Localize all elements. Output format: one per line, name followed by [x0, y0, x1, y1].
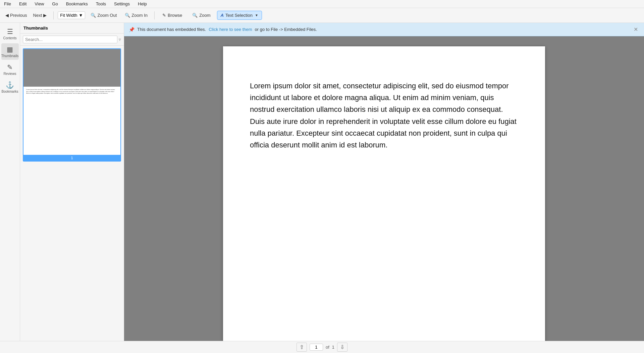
text-selection-label: Text Selection [225, 13, 253, 18]
main-layout: ☰ Contents ▦ Thumbnails ✎ Reviews ⚓ Book… [0, 23, 644, 353]
thumbnails-icon: ▦ [7, 45, 13, 53]
page-down-button[interactable]: ⇩ [337, 343, 347, 352]
page-document: Lorem ipsum dolor sit amet, consectetur … [223, 46, 545, 342]
menu-tools[interactable]: Tools [95, 1, 107, 7]
toolbar: ◀ Previous Next ▶ Fit Width ▼ 🔍 Zoom Out… [0, 8, 644, 23]
next-arrow-icon: ▶ [43, 13, 47, 18]
thumbnail-body-text: Lorem ipsum dolor sit amet, consectetur … [26, 89, 118, 94]
previous-arrow-icon: ◀ [5, 13, 9, 18]
separator-2 [154, 11, 155, 19]
banner-close-button[interactable]: ✕ [632, 26, 639, 33]
banner-text: This document has embedded files. [137, 27, 206, 32]
text-selection-dropdown-icon: ▼ [255, 13, 258, 17]
menu-file[interactable]: File [3, 1, 12, 7]
thumbnail-gray-area: Lorem ipsum dolor sit amet, consectetur … [23, 49, 120, 96]
next-label: Next [33, 13, 42, 18]
previous-button[interactable]: ◀ Previous [3, 11, 30, 19]
current-page-input[interactable] [310, 344, 323, 351]
text-selection-button[interactable]: A Text Selection ▼ [217, 11, 262, 20]
banner-suffix: or go to File -> Embedded Files. [255, 27, 317, 32]
thumbnails-panel: Thumbnails ▿ Lorem ipsum dolor sit amet,… [20, 23, 124, 353]
thumbnail-white-area [23, 96, 120, 155]
zoom-out-button[interactable]: 🔍 Zoom Out [88, 11, 119, 19]
contents-icon: ☰ [7, 28, 13, 36]
thumbnails-scroll[interactable]: Lorem ipsum dolor sit amet, consectetur … [20, 46, 124, 353]
reviews-icon: ✎ [7, 63, 13, 71]
embedded-files-link[interactable]: Click here to see them [209, 27, 252, 32]
bookmarks-label: Bookmarks [2, 90, 18, 93]
zoom-in-label: Zoom In [131, 13, 148, 18]
zoom-tool-button[interactable]: 🔍 Zoom [189, 11, 214, 20]
previous-label: Previous [10, 13, 27, 18]
thumbnail-page-number: 1 [23, 155, 120, 161]
content-area: 📌 This document has embedded files. Clic… [124, 23, 644, 353]
sidebar-icons: ☰ Contents ▦ Thumbnails ✎ Reviews ⚓ Book… [0, 23, 20, 353]
document-body-text: Lorem ipsum dolor sit amet, consectetur … [250, 80, 518, 151]
browse-icon: ✎ [162, 13, 166, 18]
of-label: of [326, 345, 329, 350]
zoom-in-button[interactable]: 🔍 Zoom In [122, 11, 150, 19]
menu-go[interactable]: Go [51, 1, 59, 7]
menu-settings[interactable]: Settings [113, 1, 131, 7]
thumbnail-text-area: Lorem ipsum dolor sit amet, consectetur … [23, 87, 120, 96]
nav-buttons: ◀ Previous Next ▶ [3, 11, 49, 19]
total-pages-label: 1 [332, 345, 334, 350]
reviews-label: Reviews [4, 72, 16, 76]
zoom-select[interactable]: Fit Width ▼ [58, 11, 85, 19]
thumbnails-label: Thumbnails [1, 54, 19, 58]
bottom-toolbar: ⇧ of 1 ⇩ [0, 341, 644, 353]
thumbnail-page-1[interactable]: Lorem ipsum dolor sit amet, consectetur … [23, 48, 121, 162]
page-viewer[interactable]: Lorem ipsum dolor sit amet, consectetur … [124, 36, 644, 353]
zoom-tool-label: Zoom [199, 13, 210, 18]
thumbnails-header: Thumbnails [20, 23, 124, 34]
menu-bookmarks[interactable]: Bookmarks [65, 1, 89, 7]
filter-icon[interactable]: ▿ [119, 37, 121, 42]
separator-1 [53, 11, 54, 19]
menu-edit[interactable]: Edit [18, 1, 28, 7]
pin-icon: 📌 [129, 27, 135, 32]
thumbnails-title: Thumbnails [23, 26, 48, 31]
menu-help[interactable]: Help [137, 1, 148, 7]
zoom-dropdown-icon: ▼ [79, 13, 83, 18]
sidebar-item-bookmarks[interactable]: ⚓ Bookmarks [1, 79, 19, 95]
search-input[interactable] [23, 36, 117, 43]
zoom-in-icon: 🔍 [125, 13, 130, 18]
next-button[interactable]: Next ▶ [31, 11, 50, 19]
menu-bar: File Edit View Go Bookmarks Tools Settin… [0, 0, 644, 8]
text-selection-icon: A [221, 13, 224, 18]
embedded-files-banner: 📌 This document has embedded files. Clic… [124, 23, 644, 36]
zoom-tool-icon: 🔍 [192, 13, 198, 18]
contents-label: Contents [3, 36, 16, 40]
browse-button[interactable]: ✎ Browse [159, 11, 186, 20]
bookmarks-icon: ⚓ [6, 81, 14, 89]
zoom-out-icon: 🔍 [91, 13, 96, 18]
zoom-width-label: Fit Width [60, 13, 77, 18]
sidebar-item-contents[interactable]: ☰ Contents [1, 26, 19, 42]
sidebar-item-thumbnails[interactable]: ▦ Thumbnails [1, 43, 19, 60]
thumbnails-search-bar: ▿ [20, 34, 124, 46]
zoom-out-label: Zoom Out [97, 13, 117, 18]
page-up-button[interactable]: ⇧ [297, 343, 307, 352]
menu-view[interactable]: View [33, 1, 45, 7]
browse-label: Browse [168, 13, 182, 18]
sidebar-item-reviews[interactable]: ✎ Reviews [1, 61, 19, 78]
